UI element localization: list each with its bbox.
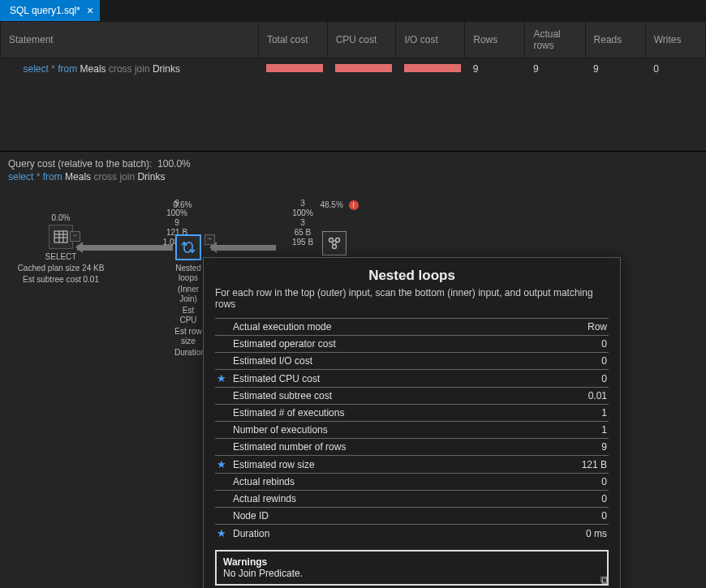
cell-actual-rows: 9 — [525, 58, 585, 80]
warnings-text: No Join Predicate. — [223, 568, 601, 579]
kw-star: * — [51, 63, 55, 75]
cell-writes: 0 — [645, 58, 705, 80]
tbl-meals: Meals — [65, 171, 91, 182]
tooltip-warnings-box: Warnings No Join Predicate. — [215, 550, 609, 586]
plan-header-statement: select * from Meals cross join Drinks — [8, 171, 698, 182]
star-icon: ★ — [215, 525, 231, 543]
node-sublabel: (Inner Join) — [174, 285, 202, 304]
star-icon — [215, 508, 231, 525]
col-cpu-cost[interactable]: CPU cost — [327, 22, 396, 58]
node-pct: 48.5% — [320, 200, 342, 209]
node-sublabel: Est CPU — [174, 306, 202, 325]
star-icon: ★ — [215, 456, 231, 474]
node-stat: 9 — [174, 218, 179, 227]
tooltip-value: 0 — [534, 474, 609, 491]
node-pct: 0.0% — [16, 213, 105, 223]
tooltip-row: Actual execution modeRow — [215, 319, 609, 336]
warnings-title: Warnings — [223, 556, 601, 568]
tooltip-value: 0 — [534, 370, 609, 388]
statement-table: Statement Total cost CPU cost I/O cost R… — [0, 21, 706, 79]
statement-grid-pane: Statement Total cost CPU cost I/O cost R… — [0, 21, 706, 152]
cost-bar — [266, 64, 323, 72]
plan-diagram[interactable]: 0.0% SELECT Cached plan size 24 KB Est s… — [0, 184, 706, 573]
kw-select: select — [8, 171, 33, 182]
tooltip-value: 9 — [534, 439, 609, 456]
tooltip-value: 0 ms — [534, 525, 609, 543]
col-io-cost[interactable]: I/O cost — [396, 22, 465, 58]
tooltip-row: ★Estimated row size121 B — [215, 456, 609, 474]
tooltip-key: Estimated operator cost — [231, 336, 534, 353]
cell-cpu-cost — [327, 58, 396, 80]
plan-node-loop-iconwrap[interactable]: Nested loops (Inner Join) Est CPU Est ro… — [174, 233, 202, 358]
svg-point-5 — [329, 238, 334, 242]
tbl-drinks: Drinks — [137, 171, 165, 182]
kw-star: * — [37, 171, 41, 182]
tooltip-key: Estimated number of rows — [231, 439, 534, 456]
svg-line-10 — [335, 242, 337, 245]
col-rows[interactable]: Rows — [465, 22, 525, 58]
star-icon: ★ — [215, 370, 231, 388]
statement-row[interactable]: select * from Meals cross join Drinks 9 … — [1, 58, 706, 80]
tab-sql-query1[interactable]: SQL query1.sql* × — [0, 0, 100, 21]
plan-header: Query cost (relative to the batch): 100.… — [0, 152, 706, 184]
plan-node-scan-pct: 48.5% ! — [315, 200, 364, 212]
tooltip-value: 0.01 — [534, 388, 609, 405]
node-sublabel: Est row size — [174, 327, 202, 346]
node-label: Nested loops — [174, 264, 202, 283]
svg-line-9 — [332, 242, 334, 245]
close-icon[interactable]: × — [87, 5, 93, 16]
collapse-toggle[interactable]: − — [204, 234, 215, 245]
statement-header-row: Statement Total cost CPU cost I/O cost R… — [1, 22, 706, 58]
svg-rect-0 — [54, 231, 67, 242]
tooltip-row: Number of executions1 — [215, 422, 609, 439]
node-stat: 195 B — [292, 238, 313, 247]
tooltip-row: Estimated subtree cost0.01 — [215, 388, 609, 405]
tooltip-key: Duration — [231, 525, 534, 543]
tab-title: SQL query1.sql* — [10, 5, 80, 16]
tooltip-properties-table: Actual execution modeRowEstimated operat… — [215, 318, 609, 542]
plan-node-select[interactable]: 0.0% SELECT Cached plan size 24 KB Est s… — [16, 213, 105, 285]
node-stat: 3 — [300, 218, 305, 227]
cell-rows: 9 — [465, 58, 525, 80]
table-scan-icon — [322, 231, 347, 255]
node-stat: 3 — [300, 199, 305, 208]
col-actual-rows[interactable]: Actual rows — [525, 22, 585, 58]
statement-cell: select * from Meals cross join Drinks — [1, 58, 259, 80]
tooltip-row: Estimated I/O cost0 — [215, 353, 609, 370]
tooltip-key: Actual execution mode — [231, 319, 534, 336]
kw-from: from — [43, 171, 62, 182]
tooltip-row: Estimated # of executions1 — [215, 405, 609, 422]
star-icon — [215, 474, 231, 491]
kw-crossjoin: cross join — [109, 63, 150, 75]
node-est-subtree: Est subtree cost 0.01 — [16, 275, 105, 285]
plan-node-scan-icon[interactable] — [321, 230, 348, 259]
tooltip-value: 1 — [534, 405, 609, 422]
tooltip-value: 0 — [534, 353, 609, 370]
query-cost-label: Query cost (relative to the batch): — [8, 158, 152, 170]
tooltip-row: Estimated operator cost0 — [215, 336, 609, 353]
tooltip-row: Actual rewinds0 — [215, 491, 609, 508]
cost-bar — [404, 64, 461, 72]
tbl-meals: Meals — [80, 63, 106, 75]
tooltip-key: Actual rebinds — [231, 474, 534, 491]
copy-icon[interactable]: ⧉ — [601, 573, 609, 587]
cell-io-cost — [396, 58, 465, 80]
node-pct: 0.6% — [166, 200, 199, 210]
tooltip-key: Node ID — [231, 508, 534, 525]
tooltip-description: For each row in the top (outer) input, s… — [215, 287, 609, 310]
svg-point-6 — [336, 238, 340, 242]
warning-icon: ! — [349, 200, 359, 210]
nested-loops-icon — [175, 234, 201, 260]
collapse-toggle[interactable]: − — [70, 231, 80, 242]
node-sublabel: Duration — [174, 348, 202, 358]
star-icon — [215, 439, 231, 456]
tooltip-value: 121 B — [534, 456, 609, 474]
tooltip-value: 1 — [534, 422, 609, 439]
tbl-drinks: Drinks — [153, 63, 180, 75]
tooltip-key: Actual rewinds — [231, 491, 534, 508]
col-statement[interactable]: Statement — [1, 22, 259, 58]
col-reads[interactable]: Reads — [585, 22, 645, 58]
col-writes[interactable]: Writes — [645, 22, 705, 58]
col-total-cost[interactable]: Total cost — [258, 22, 327, 58]
tooltip-key: Estimated subtree cost — [231, 388, 534, 405]
